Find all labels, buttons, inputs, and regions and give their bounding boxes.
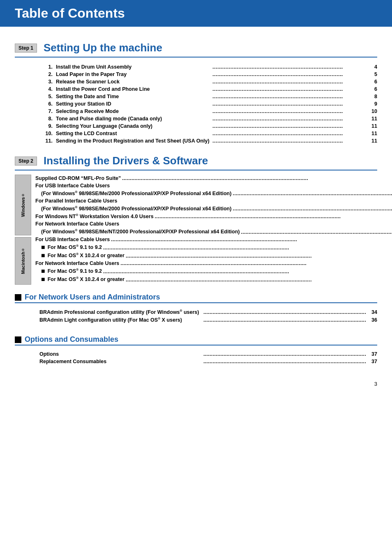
entry-label: Options [39,351,202,357]
entry-label: BRAdmin Professional configuration utili… [39,309,202,315]
options-entries: Options ................................… [15,349,377,368]
list-item: ■ For Mac OS® X 10.2.4 or greater ......… [35,275,392,283]
entry-label: Install the Drum Unit Assembly [56,64,211,70]
table-row: 9. Selecting Your Language (Canada only)… [15,122,377,130]
entry-page: 11 [369,116,377,122]
entry-label: For USB Interface Cable Users [35,237,110,242]
page-number: 3 [0,377,392,391]
page-title: Table of Contents [15,6,377,21]
entry-label: Release the Scanner Lock [56,79,211,85]
entry-page: 6 [369,79,377,85]
entry-page: 4 [369,64,377,70]
entry-label: Load Paper in the Paper Tray [56,71,211,77]
entry-page: 9 [369,101,377,107]
bullet-icon: ■ [41,244,45,251]
side-labels: Windows®Macintosh® [15,175,31,285]
entry-number: 8. [39,116,53,122]
table-row: 7. Selecting a Receive Mode ............… [15,108,377,115]
table-row: 1. Install the Drum Unit Assembly ......… [15,63,377,71]
step1-entries: 1. Install the Drum Unit Assembly ......… [15,62,377,148]
step1-title: Setting Up the machine [44,41,162,54]
network-title: For Network Users and Administrators [25,293,160,302]
table-row: 5. Setting the Date and Time ...........… [15,93,377,100]
bullet-icon: ■ [41,276,45,283]
entry-page: 11 [369,123,377,129]
options-square-icon [15,336,21,343]
options-divider [15,345,377,345]
list-item: Replacement Consumables ................… [39,358,377,365]
windows-label: Windows® [15,175,31,235]
header-bar: Table of Contents [0,0,392,27]
table-row: 2. Load Paper in the Paper Tray ........… [15,71,377,78]
entry-label: Install the Power Cord and Phone Line [56,86,211,92]
entry-number: 9. [39,123,53,129]
entry-page: 34 [367,309,377,315]
step1-divider [15,57,377,58]
list-item: BRAdmin Light configuration utility (For… [39,316,377,324]
bullet-icon: ■ [41,252,45,259]
entry-label: (For Windows® 98/98SE/Me/2000 Profession… [41,190,231,196]
list-item: For Network Interface Cable Users [35,220,392,228]
step2-header: Step 2 Installing the Drivers & Software [15,154,377,167]
list-item: (For Windows® 98/98SE/Me/2000 Profession… [35,189,392,197]
entry-number: 2. [39,71,53,77]
entry-label: For Mac OS® X 10.2.4 or greater [48,252,125,258]
entry-page: 8 [369,94,377,99]
entry-page: 37 [367,359,377,364]
list-item: For Parallel Interface Cable Users [35,197,392,205]
entry-label: (For Windows® 98/98SE/Me/NT/2000 Profess… [41,228,240,235]
entry-label: Selecting Your Language (Canada only) [56,123,211,129]
entry-number: 3. [39,79,53,85]
list-item: For USB Interface Cable Users ..........… [35,236,392,243]
step2-entries: Supplied CD-ROM “MFL-Pro Suite” ........… [31,175,392,285]
entry-number: 4. [39,86,53,92]
table-row: 11. Sending in the Product Registration … [15,137,377,145]
entry-number: 5. [39,94,53,99]
entry-label: For USB Interface Cable Users [35,183,110,189]
entry-page: 6 [369,86,377,92]
list-item: Supplied CD-ROM “MFL-Pro Suite” ........… [35,175,392,182]
entry-label: Replacement Consumables [39,359,202,364]
options-title: Options and Consumables [25,335,118,344]
list-item: ■ For Mac OS® 9.1 to 9.2 ...............… [35,243,392,251]
table-row: 6. Setting your Station ID .............… [15,100,377,108]
mac-label: Macintosh® [15,237,31,285]
table-row: 4. Install the Power Cord and Phone Line… [15,85,377,93]
entry-label: For Parallel Interface Cable Users [35,198,117,204]
table-row: 3. Release the Scanner Lock ............… [15,78,377,85]
entry-page: 37 [367,351,377,357]
list-item: (For Windows® 98/98SE/Me/NT/2000 Profess… [35,228,392,235]
list-item: ■ For Mac OS® 9.1 to 9.2 ...............… [35,267,392,275]
entry-label: For Network Interface Cable Users [35,221,119,227]
list-item: BRAdmin Professional configuration utili… [39,308,377,316]
step2-badge: Step 2 [15,157,37,166]
table-row: 10. Setting the LCD Contrast ...........… [15,130,377,137]
list-item: Options ................................… [39,350,377,358]
list-item: For Network Interface Cable Users ......… [35,260,392,267]
options-header: Options and Consumables [15,335,377,344]
entry-label: For Mac OS® 9.1 to 9.2 [48,244,102,250]
entry-number: 1. [39,64,53,70]
network-header: For Network Users and Administrators [15,293,377,302]
step1-header: Step 1 Setting Up the machine [15,41,377,54]
list-item: For Windows NT® Workstation Version 4.0 … [35,212,392,220]
entry-label: (For Windows® 98/98SE/Me/2000 Profession… [41,205,231,212]
entry-number: 7. [39,108,53,114]
entry-label: Selecting a Receive Mode [56,108,211,114]
network-divider [15,302,377,303]
entry-number: 11. [39,138,53,144]
step1-badge: Step 1 [15,44,37,53]
entry-label: Setting the Date and Time [56,94,211,99]
step2-divider [15,170,377,170]
network-entries: BRAdmin Professional configuration utili… [15,306,377,327]
entry-page: 11 [369,131,377,136]
entry-label: BRAdmin Light configuration utility (For… [39,317,202,323]
entry-number: 6. [39,101,53,107]
entry-page: 10 [369,108,377,114]
entry-label: For Network Interface Cable Users [35,260,119,266]
entry-page: 11 [369,138,377,144]
step2-content: Windows®Macintosh® Supplied CD-ROM “MFL-… [15,175,377,285]
entry-label: Supplied CD-ROM “MFL-Pro Suite” [35,175,121,181]
entry-page: 36 [367,317,377,323]
table-row: 8. Tone and Pulse dialing mode (Canada o… [15,115,377,122]
